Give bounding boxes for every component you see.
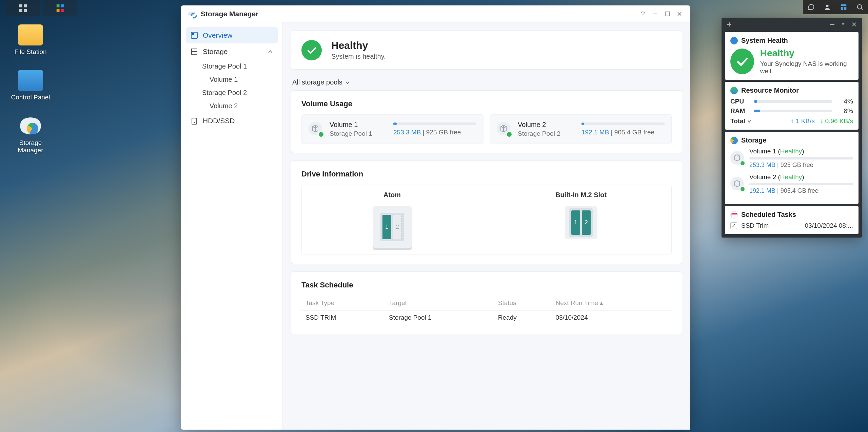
sidebar-label: Overview <box>203 31 233 39</box>
sort-asc-icon: ▴ <box>600 299 603 306</box>
volume-title: Volume 1 <box>330 121 387 129</box>
sidebar-item-storage[interactable]: Storage <box>186 43 278 60</box>
widgets-icon[interactable] <box>835 0 852 14</box>
sidebar: Overview Storage Storage Pool 1 Volume 1… <box>181 22 283 430</box>
close-widget-icon[interactable] <box>850 20 859 29</box>
svg-point-25 <box>194 122 195 123</box>
m2-bay-2[interactable]: 2 <box>582 210 591 235</box>
svg-rect-11 <box>844 7 846 10</box>
task-schedule-card: Task Schedule Task Type Target Status Ne… <box>291 271 682 334</box>
svg-point-8 <box>826 5 828 7</box>
svg-rect-4 <box>57 4 60 7</box>
widget-title: System Health <box>741 37 788 44</box>
m2-bay-1[interactable]: 1 <box>571 210 580 235</box>
drive-chassis-atom[interactable]: Atom 1 2 <box>308 188 476 248</box>
chat-icon[interactable] <box>803 0 819 14</box>
task-row[interactable]: ✓ SSD Trim 03/10/2024 08:... <box>730 222 853 229</box>
pie-icon <box>730 137 738 144</box>
svg-rect-0 <box>19 4 22 7</box>
task-table: Task Type Target Status Next Run Time ▴ … <box>301 296 672 325</box>
widget-volume-2[interactable]: Volume 2 (Healthy) 192.1 MB | 905.4 GB f… <box>730 173 853 194</box>
volume-usage-card: Volume Usage Volume 1 Storage Pool 1 <box>291 90 682 153</box>
sidebar-item-overview[interactable]: Overview <box>186 27 278 43</box>
desktop-icon-storage-manager[interactable]: Storage Manager <box>7 115 54 154</box>
health-sub: Your Synology NAS is working well. <box>760 60 853 75</box>
widget-system-health[interactable]: System Health Healthy Your Synology NAS … <box>725 32 859 80</box>
sidebar-item-vol1[interactable]: Volume 1 <box>186 73 278 86</box>
widget-title: Scheduled Tasks <box>741 211 796 219</box>
search-icon[interactable] <box>852 0 868 14</box>
table-row[interactable]: SSD TRIM Storage Pool 1 Ready 03/10/2024 <box>301 311 672 325</box>
pin-icon[interactable] <box>839 20 848 29</box>
sidebar-label: HDD/SSD <box>203 117 235 125</box>
help-icon[interactable]: ? <box>637 8 649 20</box>
svg-rect-3 <box>24 9 27 12</box>
cpu-bar <box>754 100 832 103</box>
calendar-icon <box>730 211 738 219</box>
health-check-icon <box>730 49 754 74</box>
volume-pool: Storage Pool 2 <box>518 130 575 137</box>
main-menu-button[interactable] <box>6 0 40 16</box>
drive-m2-slot[interactable]: Built-In M.2 Slot 1 2 <box>497 188 665 248</box>
titlebar: Storage Manager ? <box>181 5 690 22</box>
col-next-run[interactable]: Next Run Time ▴ <box>551 296 672 311</box>
volume-free: 905.4 GB free <box>614 129 654 136</box>
close-icon[interactable] <box>673 8 686 20</box>
svg-rect-6 <box>57 9 60 12</box>
col-target[interactable]: Target <box>385 296 494 311</box>
sidebar-item-pool2[interactable]: Storage Pool 2 <box>186 86 278 99</box>
desktop-icon-label: Storage Manager <box>7 139 54 154</box>
chevron-down-icon[interactable] <box>747 119 751 123</box>
info-icon <box>730 37 738 44</box>
widget-resource-monitor[interactable]: Resource Monitor CPU 4% RAM 8% Total ↑ 1… <box>725 82 859 130</box>
col-status[interactable]: Status <box>494 296 552 311</box>
widget-panel-header <box>723 19 861 30</box>
desktop-icon-file-station[interactable]: File Station <box>7 24 54 56</box>
sidebar-item-vol2[interactable]: Volume 2 <box>186 99 278 113</box>
svg-point-12 <box>857 5 862 9</box>
volume-card-1[interactable]: Volume 1 Storage Pool 1 253.3 MB | 925 G… <box>301 114 484 144</box>
window-title: Storage Manager <box>201 10 637 18</box>
add-widget-button[interactable] <box>725 20 734 29</box>
volume-used: 253.3 MB <box>393 129 421 136</box>
sidebar-item-hddssd[interactable]: HDD/SSD <box>186 113 278 129</box>
pool-filter-dropdown[interactable]: All storage pools <box>291 77 350 90</box>
maximize-icon[interactable] <box>661 8 673 20</box>
svg-rect-24 <box>192 118 197 124</box>
widget-title: Resource Monitor <box>741 87 799 94</box>
desktop-icon-label: File Station <box>14 48 46 56</box>
drive-bay-1[interactable]: 1 <box>382 215 391 239</box>
minimize-widget-icon[interactable] <box>828 20 837 29</box>
volume-used: 192.1 MB <box>581 129 609 136</box>
usage-bar <box>581 123 665 125</box>
drive-icon <box>191 117 198 125</box>
volume-icon <box>497 122 512 137</box>
svg-rect-32 <box>732 213 737 214</box>
ram-value: 8% <box>837 107 853 115</box>
widget-volume-1[interactable]: Volume 1 (Healthy) 253.3 MB | 925 GB fre… <box>730 148 853 169</box>
volume-pool: Storage Pool 1 <box>330 130 387 137</box>
sidebar-item-pool1[interactable]: Storage Pool 1 <box>186 60 278 73</box>
desktop-icon-control-panel[interactable]: Control Panel <box>7 70 54 101</box>
col-task-type[interactable]: Task Type <box>301 296 385 311</box>
package-center-button[interactable] <box>43 0 77 16</box>
widget-scheduled-tasks[interactable]: Scheduled Tasks ✓ SSD Trim 03/10/2024 08… <box>725 206 859 234</box>
svg-line-13 <box>861 8 863 10</box>
health-title: Healthy <box>331 40 386 51</box>
section-heading: Task Schedule <box>301 281 672 289</box>
health-subtitle: System is healthy. <box>331 53 386 60</box>
health-card: Healthy System is healthy. <box>291 31 682 70</box>
app-icon <box>187 9 197 19</box>
volume-icon <box>309 122 323 137</box>
pool-filter-label: All storage pools <box>292 78 342 86</box>
usage-bar <box>749 157 853 159</box>
user-icon[interactable] <box>819 0 835 14</box>
drive-bay-2[interactable]: 2 <box>393 215 402 239</box>
widget-storage[interactable]: Storage Volume 1 (Healthy) 253.3 MB | 92… <box>725 132 859 204</box>
desktop-icons: File Station Control Panel Storage Manag… <box>7 24 54 154</box>
minimize-icon[interactable] <box>649 8 661 20</box>
cpu-value: 4% <box>837 98 853 105</box>
svg-rect-1 <box>24 4 27 7</box>
volume-card-2[interactable]: Volume 2 Storage Pool 2 192.1 MB | 905.4… <box>490 114 672 144</box>
dashboard-icon <box>191 32 198 39</box>
